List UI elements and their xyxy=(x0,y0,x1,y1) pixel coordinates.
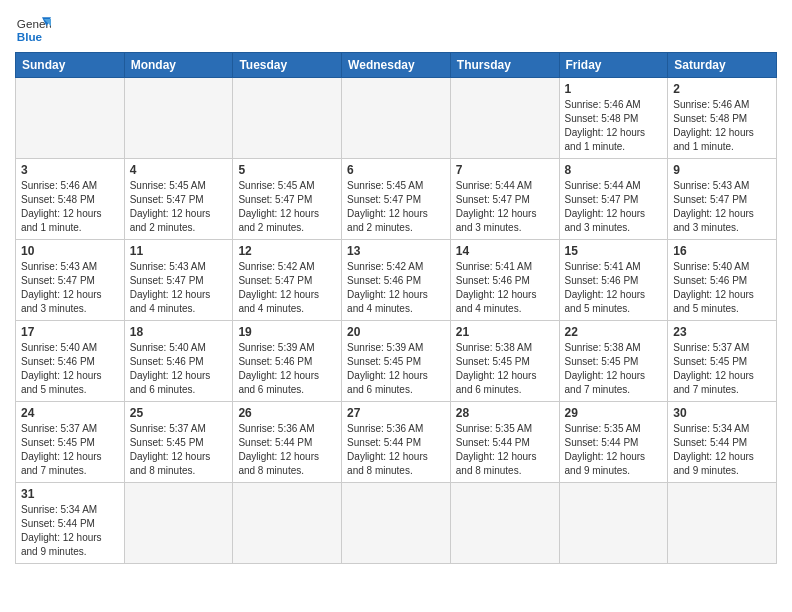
calendar-cell: 10Sunrise: 5:43 AM Sunset: 5:47 PM Dayli… xyxy=(16,240,125,321)
calendar-cell: 24Sunrise: 5:37 AM Sunset: 5:45 PM Dayli… xyxy=(16,402,125,483)
day-info: Sunrise: 5:43 AM Sunset: 5:47 PM Dayligh… xyxy=(130,260,228,316)
day-info: Sunrise: 5:37 AM Sunset: 5:45 PM Dayligh… xyxy=(21,422,119,478)
calendar-cell: 13Sunrise: 5:42 AM Sunset: 5:46 PM Dayli… xyxy=(342,240,451,321)
calendar-week-row: 10Sunrise: 5:43 AM Sunset: 5:47 PM Dayli… xyxy=(16,240,777,321)
day-info: Sunrise: 5:38 AM Sunset: 5:45 PM Dayligh… xyxy=(456,341,554,397)
logo: General Blue xyxy=(15,10,51,46)
calendar-cell: 6Sunrise: 5:45 AM Sunset: 5:47 PM Daylig… xyxy=(342,159,451,240)
calendar-cell: 27Sunrise: 5:36 AM Sunset: 5:44 PM Dayli… xyxy=(342,402,451,483)
day-number: 7 xyxy=(456,163,554,177)
calendar-cell: 2Sunrise: 5:46 AM Sunset: 5:48 PM Daylig… xyxy=(668,78,777,159)
day-number: 12 xyxy=(238,244,336,258)
day-info: Sunrise: 5:46 AM Sunset: 5:48 PM Dayligh… xyxy=(673,98,771,154)
day-info: Sunrise: 5:45 AM Sunset: 5:47 PM Dayligh… xyxy=(130,179,228,235)
day-info: Sunrise: 5:42 AM Sunset: 5:46 PM Dayligh… xyxy=(347,260,445,316)
day-number: 22 xyxy=(565,325,663,339)
day-info: Sunrise: 5:42 AM Sunset: 5:47 PM Dayligh… xyxy=(238,260,336,316)
calendar-cell: 25Sunrise: 5:37 AM Sunset: 5:45 PM Dayli… xyxy=(124,402,233,483)
calendar-cell: 11Sunrise: 5:43 AM Sunset: 5:47 PM Dayli… xyxy=(124,240,233,321)
calendar-cell: 12Sunrise: 5:42 AM Sunset: 5:47 PM Dayli… xyxy=(233,240,342,321)
calendar-cell: 8Sunrise: 5:44 AM Sunset: 5:47 PM Daylig… xyxy=(559,159,668,240)
day-info: Sunrise: 5:34 AM Sunset: 5:44 PM Dayligh… xyxy=(673,422,771,478)
calendar-cell: 18Sunrise: 5:40 AM Sunset: 5:46 PM Dayli… xyxy=(124,321,233,402)
calendar-cell: 9Sunrise: 5:43 AM Sunset: 5:47 PM Daylig… xyxy=(668,159,777,240)
weekday-header-row: SundayMondayTuesdayWednesdayThursdayFrid… xyxy=(16,53,777,78)
calendar-week-row: 1Sunrise: 5:46 AM Sunset: 5:48 PM Daylig… xyxy=(16,78,777,159)
day-number: 14 xyxy=(456,244,554,258)
weekday-header-thursday: Thursday xyxy=(450,53,559,78)
calendar-cell xyxy=(450,78,559,159)
day-info: Sunrise: 5:37 AM Sunset: 5:45 PM Dayligh… xyxy=(673,341,771,397)
calendar-cell: 29Sunrise: 5:35 AM Sunset: 5:44 PM Dayli… xyxy=(559,402,668,483)
calendar-cell xyxy=(342,483,451,564)
day-number: 26 xyxy=(238,406,336,420)
calendar-week-row: 3Sunrise: 5:46 AM Sunset: 5:48 PM Daylig… xyxy=(16,159,777,240)
day-number: 29 xyxy=(565,406,663,420)
day-number: 15 xyxy=(565,244,663,258)
day-info: Sunrise: 5:41 AM Sunset: 5:46 PM Dayligh… xyxy=(565,260,663,316)
calendar-cell: 28Sunrise: 5:35 AM Sunset: 5:44 PM Dayli… xyxy=(450,402,559,483)
day-info: Sunrise: 5:40 AM Sunset: 5:46 PM Dayligh… xyxy=(673,260,771,316)
day-number: 4 xyxy=(130,163,228,177)
day-number: 28 xyxy=(456,406,554,420)
day-number: 27 xyxy=(347,406,445,420)
calendar-cell: 21Sunrise: 5:38 AM Sunset: 5:45 PM Dayli… xyxy=(450,321,559,402)
day-info: Sunrise: 5:45 AM Sunset: 5:47 PM Dayligh… xyxy=(347,179,445,235)
day-number: 31 xyxy=(21,487,119,501)
calendar-cell xyxy=(233,483,342,564)
day-number: 21 xyxy=(456,325,554,339)
day-info: Sunrise: 5:36 AM Sunset: 5:44 PM Dayligh… xyxy=(238,422,336,478)
day-info: Sunrise: 5:36 AM Sunset: 5:44 PM Dayligh… xyxy=(347,422,445,478)
day-number: 18 xyxy=(130,325,228,339)
calendar-cell: 23Sunrise: 5:37 AM Sunset: 5:45 PM Dayli… xyxy=(668,321,777,402)
calendar-cell: 30Sunrise: 5:34 AM Sunset: 5:44 PM Dayli… xyxy=(668,402,777,483)
weekday-header-wednesday: Wednesday xyxy=(342,53,451,78)
svg-text:Blue: Blue xyxy=(17,30,43,43)
weekday-header-monday: Monday xyxy=(124,53,233,78)
day-number: 17 xyxy=(21,325,119,339)
calendar-table: SundayMondayTuesdayWednesdayThursdayFrid… xyxy=(15,52,777,564)
calendar-cell: 5Sunrise: 5:45 AM Sunset: 5:47 PM Daylig… xyxy=(233,159,342,240)
weekday-header-friday: Friday xyxy=(559,53,668,78)
day-number: 5 xyxy=(238,163,336,177)
calendar-cell: 1Sunrise: 5:46 AM Sunset: 5:48 PM Daylig… xyxy=(559,78,668,159)
day-info: Sunrise: 5:45 AM Sunset: 5:47 PM Dayligh… xyxy=(238,179,336,235)
calendar-cell: 14Sunrise: 5:41 AM Sunset: 5:46 PM Dayli… xyxy=(450,240,559,321)
day-number: 1 xyxy=(565,82,663,96)
day-number: 24 xyxy=(21,406,119,420)
calendar-cell: 19Sunrise: 5:39 AM Sunset: 5:46 PM Dayli… xyxy=(233,321,342,402)
day-number: 2 xyxy=(673,82,771,96)
calendar-cell xyxy=(124,483,233,564)
day-number: 20 xyxy=(347,325,445,339)
day-number: 23 xyxy=(673,325,771,339)
calendar-week-row: 31Sunrise: 5:34 AM Sunset: 5:44 PM Dayli… xyxy=(16,483,777,564)
day-info: Sunrise: 5:44 AM Sunset: 5:47 PM Dayligh… xyxy=(565,179,663,235)
day-info: Sunrise: 5:40 AM Sunset: 5:46 PM Dayligh… xyxy=(130,341,228,397)
calendar-cell xyxy=(342,78,451,159)
calendar-cell xyxy=(668,483,777,564)
calendar-week-row: 17Sunrise: 5:40 AM Sunset: 5:46 PM Dayli… xyxy=(16,321,777,402)
logo-icon: General Blue xyxy=(15,10,51,46)
calendar-cell xyxy=(16,78,125,159)
day-info: Sunrise: 5:46 AM Sunset: 5:48 PM Dayligh… xyxy=(21,179,119,235)
day-info: Sunrise: 5:40 AM Sunset: 5:46 PM Dayligh… xyxy=(21,341,119,397)
day-info: Sunrise: 5:39 AM Sunset: 5:45 PM Dayligh… xyxy=(347,341,445,397)
calendar-cell: 31Sunrise: 5:34 AM Sunset: 5:44 PM Dayli… xyxy=(16,483,125,564)
day-number: 3 xyxy=(21,163,119,177)
day-info: Sunrise: 5:35 AM Sunset: 5:44 PM Dayligh… xyxy=(565,422,663,478)
day-info: Sunrise: 5:37 AM Sunset: 5:45 PM Dayligh… xyxy=(130,422,228,478)
day-info: Sunrise: 5:35 AM Sunset: 5:44 PM Dayligh… xyxy=(456,422,554,478)
calendar-cell: 22Sunrise: 5:38 AM Sunset: 5:45 PM Dayli… xyxy=(559,321,668,402)
day-info: Sunrise: 5:43 AM Sunset: 5:47 PM Dayligh… xyxy=(21,260,119,316)
calendar-cell: 17Sunrise: 5:40 AM Sunset: 5:46 PM Dayli… xyxy=(16,321,125,402)
day-number: 16 xyxy=(673,244,771,258)
calendar-cell: 20Sunrise: 5:39 AM Sunset: 5:45 PM Dayli… xyxy=(342,321,451,402)
day-number: 30 xyxy=(673,406,771,420)
day-info: Sunrise: 5:46 AM Sunset: 5:48 PM Dayligh… xyxy=(565,98,663,154)
calendar-cell: 26Sunrise: 5:36 AM Sunset: 5:44 PM Dayli… xyxy=(233,402,342,483)
calendar-cell xyxy=(559,483,668,564)
day-number: 9 xyxy=(673,163,771,177)
calendar-cell: 4Sunrise: 5:45 AM Sunset: 5:47 PM Daylig… xyxy=(124,159,233,240)
day-number: 25 xyxy=(130,406,228,420)
day-info: Sunrise: 5:41 AM Sunset: 5:46 PM Dayligh… xyxy=(456,260,554,316)
